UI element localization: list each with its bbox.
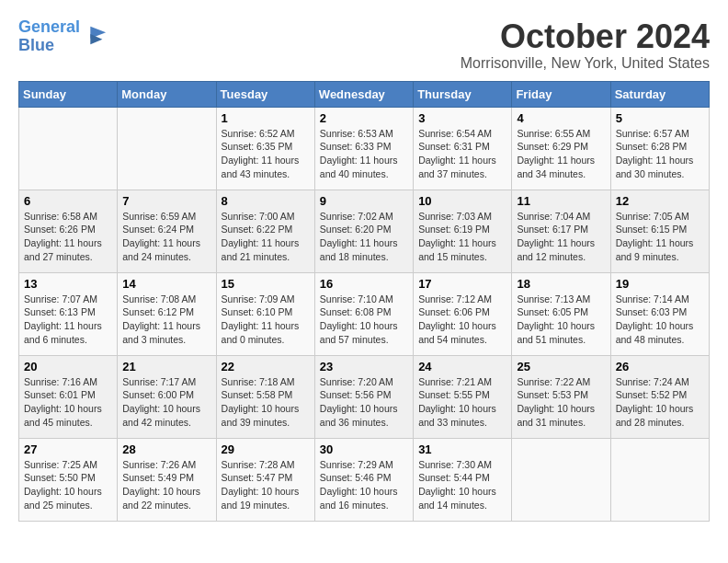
day-info: Sunrise: 7:21 AM Sunset: 5:55 PM Dayligh…	[418, 375, 506, 430]
day-info: Sunrise: 6:52 AM Sunset: 6:35 PM Dayligh…	[222, 127, 310, 181]
calendar-cell	[512, 438, 610, 521]
calendar-cell: 8Sunrise: 7:00 AM Sunset: 6:22 PM Daylig…	[216, 190, 314, 272]
day-info: Sunrise: 7:18 AM Sunset: 5:58 PM Dayligh…	[222, 375, 310, 430]
calendar-cell: 10Sunrise: 7:03 AM Sunset: 6:19 PM Dayli…	[414, 190, 512, 272]
calendar-cell: 22Sunrise: 7:18 AM Sunset: 5:58 PM Dayli…	[216, 355, 314, 438]
calendar-cell: 7Sunrise: 6:59 AM Sunset: 6:24 PM Daylig…	[118, 190, 216, 272]
day-info: Sunrise: 6:57 AM Sunset: 6:28 PM Dayligh…	[616, 127, 704, 181]
day-info: Sunrise: 7:14 AM Sunset: 6:03 PM Dayligh…	[616, 293, 704, 347]
calendar-week-row: 27Sunrise: 7:25 AM Sunset: 5:50 PM Dayli…	[19, 438, 710, 521]
day-number: 19	[616, 277, 704, 291]
calendar-cell: 5Sunrise: 6:57 AM Sunset: 6:28 PM Daylig…	[610, 107, 709, 190]
logo: General Blue	[18, 18, 108, 55]
day-number: 22	[222, 360, 310, 373]
calendar-week-row: 6Sunrise: 6:58 AM Sunset: 6:26 PM Daylig…	[19, 190, 710, 272]
calendar-cell: 28Sunrise: 7:26 AM Sunset: 5:49 PM Dayli…	[118, 438, 216, 521]
day-number: 25	[517, 360, 605, 373]
day-number: 7	[122, 194, 210, 208]
day-number: 21	[122, 360, 210, 373]
weekday-header: Sunday	[19, 81, 118, 107]
day-number: 15	[222, 277, 310, 291]
calendar-cell: 3Sunrise: 6:54 AM Sunset: 6:31 PM Daylig…	[414, 107, 512, 190]
weekday-header: Friday	[512, 81, 610, 107]
logo-icon	[82, 22, 108, 48]
calendar-cell: 24Sunrise: 7:21 AM Sunset: 5:55 PM Dayli…	[414, 355, 512, 438]
day-info: Sunrise: 7:25 AM Sunset: 5:50 PM Dayligh…	[24, 458, 112, 512]
calendar-table: SundayMondayTuesdayWednesdayThursdayFrid…	[18, 81, 710, 522]
day-info: Sunrise: 7:20 AM Sunset: 5:56 PM Dayligh…	[320, 375, 408, 430]
page-header: General Blue October 2024 Morrisonville,…	[18, 18, 710, 72]
day-info: Sunrise: 7:00 AM Sunset: 6:22 PM Dayligh…	[222, 210, 310, 264]
calendar-cell: 9Sunrise: 7:02 AM Sunset: 6:20 PM Daylig…	[314, 190, 413, 272]
day-number: 16	[320, 277, 408, 291]
calendar-cell: 4Sunrise: 6:55 AM Sunset: 6:29 PM Daylig…	[512, 107, 610, 190]
day-number: 24	[418, 360, 506, 373]
day-number: 23	[320, 360, 408, 373]
calendar-cell: 6Sunrise: 6:58 AM Sunset: 6:26 PM Daylig…	[19, 190, 118, 272]
weekday-header: Wednesday	[314, 81, 413, 107]
calendar-body: 1Sunrise: 6:52 AM Sunset: 6:35 PM Daylig…	[19, 107, 710, 521]
day-number: 8	[222, 194, 310, 208]
day-number: 2	[320, 111, 408, 125]
calendar-cell: 14Sunrise: 7:08 AM Sunset: 6:12 PM Dayli…	[118, 272, 216, 355]
day-info: Sunrise: 7:12 AM Sunset: 6:06 PM Dayligh…	[418, 293, 506, 347]
calendar-cell: 21Sunrise: 7:17 AM Sunset: 6:00 PM Dayli…	[118, 355, 216, 438]
day-number: 31	[418, 442, 506, 456]
day-number: 30	[320, 442, 408, 456]
calendar-header: SundayMondayTuesdayWednesdayThursdayFrid…	[19, 81, 710, 107]
calendar-cell: 16Sunrise: 7:10 AM Sunset: 6:08 PM Dayli…	[314, 272, 413, 355]
day-number: 11	[517, 194, 605, 208]
calendar-cell	[610, 438, 709, 521]
day-number: 3	[418, 111, 506, 125]
day-info: Sunrise: 6:58 AM Sunset: 6:26 PM Dayligh…	[24, 210, 112, 264]
weekday-header: Tuesday	[216, 81, 314, 107]
calendar-week-row: 20Sunrise: 7:16 AM Sunset: 6:01 PM Dayli…	[19, 355, 710, 438]
day-number: 28	[122, 442, 210, 456]
day-info: Sunrise: 6:54 AM Sunset: 6:31 PM Dayligh…	[418, 127, 506, 181]
calendar-cell: 31Sunrise: 7:30 AM Sunset: 5:44 PM Dayli…	[414, 438, 512, 521]
day-number: 10	[418, 194, 506, 208]
day-info: Sunrise: 7:09 AM Sunset: 6:10 PM Dayligh…	[222, 293, 310, 347]
day-info: Sunrise: 7:07 AM Sunset: 6:13 PM Dayligh…	[24, 293, 112, 347]
day-number: 12	[616, 194, 704, 208]
calendar-cell: 29Sunrise: 7:28 AM Sunset: 5:47 PM Dayli…	[216, 438, 314, 521]
calendar-cell: 18Sunrise: 7:13 AM Sunset: 6:05 PM Dayli…	[512, 272, 610, 355]
weekday-header: Saturday	[610, 81, 709, 107]
calendar-cell: 19Sunrise: 7:14 AM Sunset: 6:03 PM Dayli…	[610, 272, 709, 355]
calendar-week-row: 13Sunrise: 7:07 AM Sunset: 6:13 PM Dayli…	[19, 272, 710, 355]
day-number: 18	[517, 277, 605, 291]
calendar-cell: 17Sunrise: 7:12 AM Sunset: 6:06 PM Dayli…	[414, 272, 512, 355]
logo-text: General Blue	[18, 18, 80, 55]
calendar-cell: 27Sunrise: 7:25 AM Sunset: 5:50 PM Dayli…	[19, 438, 118, 521]
day-number: 4	[517, 111, 605, 125]
calendar-cell: 12Sunrise: 7:05 AM Sunset: 6:15 PM Dayli…	[610, 190, 709, 272]
day-number: 13	[24, 277, 112, 291]
day-number: 26	[616, 360, 704, 373]
calendar-week-row: 1Sunrise: 6:52 AM Sunset: 6:35 PM Daylig…	[19, 107, 710, 190]
day-info: Sunrise: 6:59 AM Sunset: 6:24 PM Dayligh…	[122, 210, 210, 264]
day-info: Sunrise: 7:26 AM Sunset: 5:49 PM Dayligh…	[122, 458, 210, 512]
day-number: 5	[616, 111, 704, 125]
day-info: Sunrise: 7:30 AM Sunset: 5:44 PM Dayligh…	[418, 458, 506, 512]
day-info: Sunrise: 7:02 AM Sunset: 6:20 PM Dayligh…	[320, 210, 408, 264]
weekday-header: Thursday	[414, 81, 512, 107]
location: Morrisonville, New York, United States	[461, 55, 710, 72]
day-info: Sunrise: 6:53 AM Sunset: 6:33 PM Dayligh…	[320, 127, 408, 181]
day-number: 17	[418, 277, 506, 291]
day-info: Sunrise: 7:13 AM Sunset: 6:05 PM Dayligh…	[517, 293, 605, 347]
day-number: 1	[222, 111, 310, 125]
day-number: 27	[24, 442, 112, 456]
day-info: Sunrise: 7:08 AM Sunset: 6:12 PM Dayligh…	[122, 293, 210, 347]
calendar-cell: 25Sunrise: 7:22 AM Sunset: 5:53 PM Dayli…	[512, 355, 610, 438]
calendar-cell: 15Sunrise: 7:09 AM Sunset: 6:10 PM Dayli…	[216, 272, 314, 355]
weekday-header: Monday	[118, 81, 216, 107]
day-info: Sunrise: 7:24 AM Sunset: 5:52 PM Dayligh…	[616, 375, 704, 430]
calendar-cell: 30Sunrise: 7:29 AM Sunset: 5:46 PM Dayli…	[314, 438, 413, 521]
day-info: Sunrise: 6:55 AM Sunset: 6:29 PM Dayligh…	[517, 127, 605, 181]
day-info: Sunrise: 7:16 AM Sunset: 6:01 PM Dayligh…	[24, 375, 112, 430]
day-number: 9	[320, 194, 408, 208]
calendar-cell	[118, 107, 216, 190]
day-number: 14	[122, 277, 210, 291]
calendar-cell: 11Sunrise: 7:04 AM Sunset: 6:17 PM Dayli…	[512, 190, 610, 272]
day-info: Sunrise: 7:22 AM Sunset: 5:53 PM Dayligh…	[517, 375, 605, 430]
